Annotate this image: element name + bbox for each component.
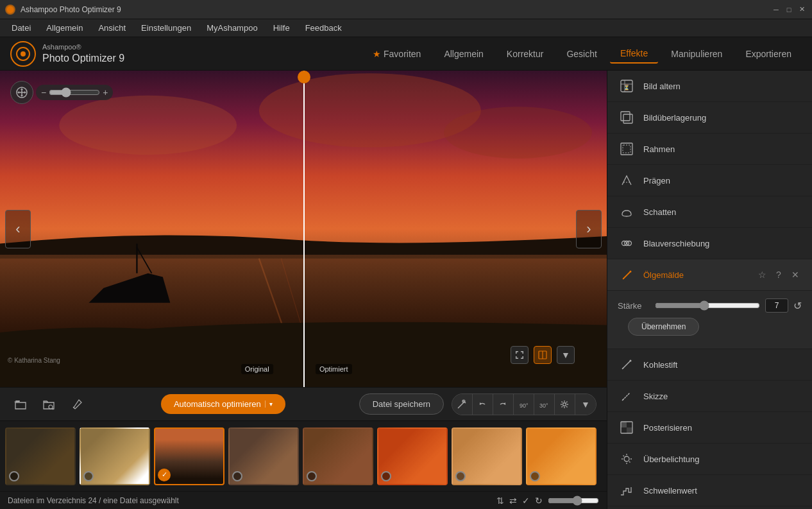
check-circle-icon[interactable]: ✓	[522, 496, 530, 506]
thumbnail-2[interactable]	[80, 427, 150, 485]
menu-hilfe[interactable]: Hilfe	[267, 21, 296, 35]
more-button[interactable]: ▼	[575, 394, 596, 415]
svg-point-32	[563, 402, 566, 406]
tab-korrektur[interactable]: Korrektur	[496, 45, 554, 63]
thumbnail-3[interactable]: ✓	[154, 427, 224, 485]
svg-point-5	[444, 107, 592, 159]
previous-arrow[interactable]: ‹	[5, 210, 31, 248]
save-file-button[interactable]: Datei speichern	[359, 393, 444, 415]
effect-bild-altern[interactable]: ⏳ Bild altern	[607, 71, 812, 102]
help-icon[interactable]: ?	[772, 268, 785, 281]
maximize-button[interactable]: □	[784, 4, 794, 15]
remove-icon[interactable]: ✕	[789, 268, 802, 281]
thumbnail-5[interactable]	[303, 427, 373, 485]
auto-optimize-button[interactable]: Automatisch optimieren ▾	[161, 394, 285, 414]
svg-point-45	[630, 360, 632, 362]
effect-skizze[interactable]: Skizze	[607, 381, 812, 412]
menu-myashampoo[interactable]: MyAshampoo	[200, 21, 264, 35]
compare-icon[interactable]: ⇄	[509, 496, 517, 506]
rotate-icon[interactable]: ↻	[535, 496, 543, 506]
favorite-icon[interactable]: ☆	[756, 268, 768, 281]
zoom-pan-button[interactable]	[10, 81, 33, 104]
effect-blauverschiebung[interactable]: Blauverschiebung	[607, 228, 812, 259]
apply-button[interactable]: Übernehmen	[628, 318, 699, 336]
effect-pragen[interactable]: Prägen	[607, 165, 812, 196]
svg-line-54	[623, 456, 625, 457]
app-logo-icon	[10, 41, 36, 67]
color-picker-button[interactable]	[67, 394, 87, 415]
svg-rect-40	[623, 145, 630, 153]
menu-ansicht[interactable]: Ansicht	[92, 21, 132, 35]
settings-button[interactable]	[555, 394, 575, 415]
split-handle[interactable]	[298, 71, 310, 83]
svg-marker-17	[24, 91, 26, 94]
photo-canvas: − + Original Optimiert ‹ ›	[0, 71, 607, 387]
sort-icon[interactable]: ⇅	[496, 496, 504, 506]
menu-einstellungen[interactable]: Einstellungen	[135, 21, 198, 35]
rotate-cw-button[interactable]: 90°	[514, 394, 534, 415]
menu-datei[interactable]: Datei	[5, 21, 37, 35]
starke-value-input[interactable]	[765, 298, 788, 313]
svg-rect-47	[621, 422, 627, 427]
thumbnail-7[interactable]	[452, 427, 522, 485]
menu-allgemein[interactable]: Allgemein	[40, 21, 89, 35]
nav-tabs: ★ Favoriten Allgemein Korrektur Gesicht …	[362, 44, 802, 64]
redo-button[interactable]	[493, 394, 514, 415]
tab-effekte[interactable]: Effekte	[610, 44, 658, 64]
bilduberlagerung-icon	[618, 108, 636, 126]
fullscreen-button[interactable]	[511, 346, 529, 364]
tab-exportieren[interactable]: Exportieren	[735, 45, 802, 63]
undo-button[interactable]	[473, 394, 493, 415]
photo-area: − + Original Optimiert ‹ ›	[0, 71, 607, 509]
thumb-selected-icon: ✓	[158, 469, 171, 481]
effect-uberbelichtung[interactable]: Überbelichtung	[607, 444, 812, 475]
open-file-button[interactable]	[10, 394, 31, 415]
minimize-button[interactable]: ─	[771, 4, 781, 15]
tab-manipulieren[interactable]: Manipulieren	[661, 45, 732, 63]
blauverschiebung-icon	[618, 234, 636, 252]
starke-label: Stärke	[618, 301, 650, 311]
status-bar: Dateien im Verzeichnis 24 / eine Datei a…	[0, 491, 607, 509]
top-nav: Ashampoo® Photo Optimizer 9 ★ Favoriten …	[0, 37, 812, 71]
svg-marker-28	[480, 402, 482, 405]
thumbnail-1[interactable]	[5, 427, 76, 485]
window-controls: ─ □ ✕	[771, 4, 807, 15]
zoom-slider[interactable]	[49, 87, 100, 98]
view-controls: ▼	[511, 346, 575, 364]
size-slider[interactable]	[548, 496, 599, 506]
effect-olgemalde[interactable]: Ölgemälde ☆ ? ✕	[607, 259, 812, 291]
posterisieren-icon	[618, 418, 636, 436]
view-dropdown-button[interactable]: ▼	[557, 346, 575, 364]
effect-bilduberlagerung[interactable]: Bildüberlagerung	[607, 102, 812, 134]
schatten-label: Schatten	[643, 207, 802, 217]
effect-schatten[interactable]: Schatten	[607, 196, 812, 228]
thumbnail-8[interactable]	[526, 427, 596, 485]
effect-posterisieren[interactable]: Posterisieren	[607, 412, 812, 444]
thumbnail-4[interactable]	[228, 427, 299, 485]
menu-feedback[interactable]: Feedback	[299, 21, 348, 35]
zoom-minus-icon[interactable]: −	[41, 87, 46, 98]
open-folder-button[interactable]	[38, 394, 59, 415]
thumbnail-6[interactable]	[377, 427, 448, 485]
svg-marker-15	[21, 95, 23, 97]
split-view-button[interactable]	[534, 346, 552, 364]
effect-rahmen[interactable]: Rahmen	[607, 134, 812, 165]
zoom-slider-area: − +	[36, 85, 113, 100]
rotate-ccw-button[interactable]: 30°	[534, 394, 555, 415]
tab-gesicht[interactable]: Gesicht	[556, 45, 607, 63]
starke-slider[interactable]	[655, 300, 760, 311]
starke-reset-icon[interactable]: ↺	[793, 300, 802, 312]
effect-kohlestift[interactable]: Kohlestift	[607, 349, 812, 381]
tab-allgemein[interactable]: Allgemein	[434, 45, 493, 63]
effects-panel: ⏳ Bild altern Bildüberlagerung	[607, 71, 812, 509]
close-button[interactable]: ✕	[797, 4, 807, 15]
next-arrow[interactable]: ›	[576, 210, 602, 248]
uberbelichtung-icon	[618, 450, 636, 468]
kohlestift-label: Kohlestift	[643, 360, 802, 370]
effect-schwellenwert[interactable]: Schwellenwert	[607, 475, 812, 506]
magic-wand-button[interactable]	[452, 394, 473, 415]
zoom-plus-icon[interactable]: +	[103, 87, 108, 98]
tab-favoriten[interactable]: ★ Favoriten	[362, 45, 431, 63]
pragen-icon	[618, 171, 636, 189]
split-divider[interactable]	[303, 71, 305, 387]
